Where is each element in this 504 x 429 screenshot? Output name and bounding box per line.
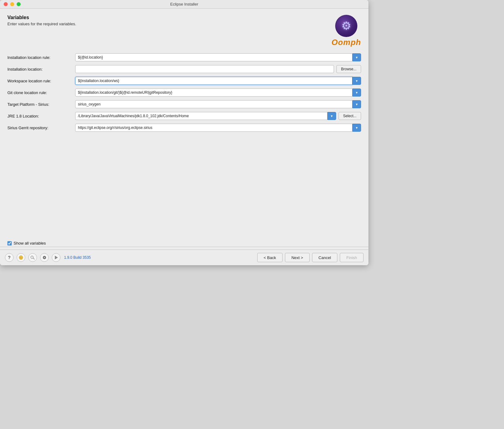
run-icon-button[interactable] bbox=[52, 253, 60, 262]
dropdown-btn-git-clone-location-rule[interactable]: ▼ bbox=[352, 89, 361, 97]
next-button[interactable]: Next > bbox=[285, 253, 310, 262]
back-button[interactable]: < Back bbox=[257, 253, 282, 262]
form-row-jre-location: JRE 1.8 Location: ▼ Select... bbox=[7, 112, 361, 120]
key-icon-button[interactable] bbox=[28, 253, 37, 262]
help-icon-button[interactable]: ? bbox=[5, 253, 14, 262]
form-row-git-clone-location-rule: Git clone location rule: ▼ bbox=[7, 89, 361, 97]
select-button-jre[interactable]: Select... bbox=[339, 112, 361, 120]
oomph-icon bbox=[335, 15, 357, 37]
dropdown-sirius-gerrit: ▼ bbox=[75, 124, 361, 132]
control-workspace-location-rule: ▼ bbox=[75, 77, 361, 85]
update-icon-button[interactable]: ↑ bbox=[17, 253, 25, 262]
dropdown-workspace-location-rule: ▼ bbox=[75, 77, 361, 85]
input-workspace-location-rule[interactable] bbox=[75, 77, 352, 85]
update-icon: ↑ bbox=[18, 255, 23, 260]
form-row-installation-location: Installation location: Browse... bbox=[7, 65, 361, 73]
key-icon bbox=[30, 255, 35, 260]
finish-button[interactable]: Finish bbox=[340, 253, 364, 262]
control-installation-location: Browse... bbox=[75, 65, 361, 73]
window-title: Eclipse Installer bbox=[170, 2, 198, 6]
header-area: Variables Enter values for the required … bbox=[7, 15, 361, 47]
run-icon bbox=[54, 255, 59, 260]
control-installation-location-rule: ▼ bbox=[75, 53, 361, 61]
title-bar: Eclipse Installer bbox=[0, 0, 368, 9]
label-git-clone-location-rule: Git clone location rule: bbox=[7, 90, 75, 95]
maximize-button[interactable] bbox=[17, 2, 21, 6]
label-sirius-gerrit: Sirius Gerrit repository: bbox=[7, 126, 75, 130]
show-all-variables-label[interactable]: Show all variables bbox=[14, 241, 46, 245]
input-target-platform-sirius[interactable] bbox=[75, 100, 352, 108]
cancel-button[interactable]: Cancel bbox=[312, 253, 337, 262]
dropdown-btn-target-platform-sirius[interactable]: ▼ bbox=[352, 100, 361, 108]
form-area: Installation location rule: ▼ Installati… bbox=[7, 53, 361, 238]
show-all-variables-row: Show all variables bbox=[0, 238, 368, 247]
label-installation-location-rule: Installation location rule: bbox=[7, 55, 75, 60]
form-row-installation-location-rule: Installation location rule: ▼ bbox=[7, 53, 361, 61]
oomph-logo: Oomph bbox=[331, 15, 361, 47]
footer: ? ↑ ⚙ bbox=[0, 250, 368, 265]
input-sirius-gerrit[interactable] bbox=[75, 124, 352, 132]
dropdown-jre-location: ▼ bbox=[75, 112, 336, 120]
form-row-workspace-location-rule: Workspace location rule: ▼ bbox=[7, 77, 361, 85]
dropdown-btn-installation-location-rule[interactable]: ▼ bbox=[352, 53, 361, 61]
dropdown-git-clone-location-rule: ▼ bbox=[75, 89, 361, 97]
page-title: Variables bbox=[7, 15, 76, 20]
show-all-variables-checkbox[interactable] bbox=[7, 241, 12, 245]
footer-buttons: < Back Next > Cancel Finish bbox=[257, 253, 364, 262]
control-target-platform-sirius: ▼ bbox=[75, 100, 361, 108]
close-button[interactable] bbox=[4, 2, 8, 6]
input-jre-location[interactable] bbox=[75, 112, 327, 120]
label-jre-location: JRE 1.8 Location: bbox=[7, 114, 75, 118]
label-target-platform-sirius: Target Platform - Sirius: bbox=[7, 102, 75, 107]
oomph-text: Oomph bbox=[331, 38, 361, 47]
label-installation-location: Installation location: bbox=[7, 67, 75, 72]
minimize-button[interactable] bbox=[10, 2, 14, 6]
input-git-clone-location-rule[interactable] bbox=[75, 89, 352, 97]
form-row-sirius-gerrit: Sirius Gerrit repository: ▼ bbox=[7, 124, 361, 132]
header-left: Variables Enter values for the required … bbox=[7, 15, 76, 26]
footer-container: Show all variables ? ↑ bbox=[0, 238, 368, 265]
version-link[interactable]: 1.9.0 Build 3535 bbox=[64, 255, 91, 260]
dropdown-btn-sirius-gerrit[interactable]: ▼ bbox=[352, 124, 361, 132]
browse-button-installation[interactable]: Browse... bbox=[336, 65, 361, 73]
footer-left: ? ↑ ⚙ bbox=[5, 253, 91, 262]
label-workspace-location-rule: Workspace location rule: bbox=[7, 79, 75, 83]
input-installation-location-rule[interactable] bbox=[75, 53, 352, 61]
control-sirius-gerrit: ▼ bbox=[75, 124, 361, 132]
dropdown-target-platform-sirius: ▼ bbox=[75, 100, 361, 108]
window-controls bbox=[4, 2, 21, 6]
dropdown-btn-jre-location[interactable]: ▼ bbox=[327, 112, 336, 120]
dropdown-btn-workspace-location-rule[interactable]: ▼ bbox=[352, 77, 361, 85]
footer-separator bbox=[0, 247, 368, 247]
main-content: Variables Enter values for the required … bbox=[0, 9, 368, 238]
svg-text:↑: ↑ bbox=[20, 256, 22, 259]
control-jre-location: ▼ Select... bbox=[75, 112, 361, 120]
settings-icon-button[interactable]: ⚙ bbox=[40, 253, 49, 262]
dropdown-installation-location-rule: ▼ bbox=[75, 53, 361, 61]
footer-icons: ? ↑ ⚙ bbox=[5, 253, 60, 262]
control-git-clone-location-rule: ▼ bbox=[75, 89, 361, 97]
svg-marker-5 bbox=[55, 256, 58, 259]
form-row-target-platform-sirius: Target Platform - Sirius: ▼ bbox=[7, 100, 361, 108]
input-installation-location[interactable] bbox=[75, 65, 334, 73]
page-subtitle: Enter values for the required variables. bbox=[7, 22, 76, 26]
